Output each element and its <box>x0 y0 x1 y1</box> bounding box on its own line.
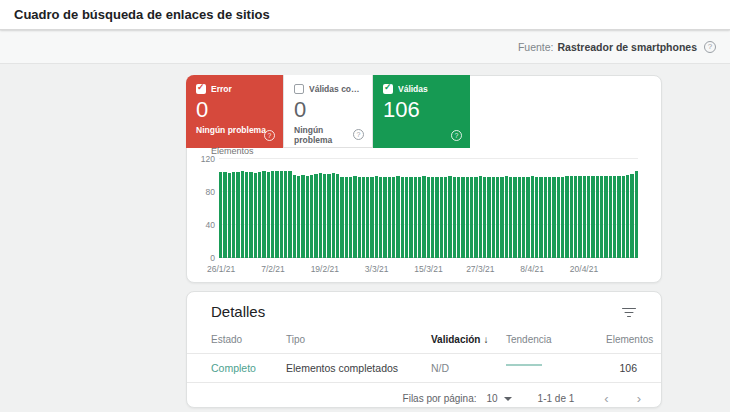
chart-plot[interactable] <box>219 159 638 258</box>
chart-bar <box>587 176 590 259</box>
chart-bar <box>557 177 560 258</box>
chart-bar <box>431 177 434 258</box>
chart-bar <box>306 176 309 259</box>
chart-bar <box>241 171 244 258</box>
chart-bar <box>509 177 512 258</box>
rows-per-page-value: 10 <box>486 393 497 404</box>
chart-bar <box>518 177 521 258</box>
chart-bar <box>487 177 490 258</box>
chart-bar <box>544 177 547 258</box>
chart-bar <box>513 177 516 258</box>
help-icon[interactable]: ? <box>353 129 364 140</box>
details-title: Detalles <box>211 303 265 320</box>
chart-bar <box>405 177 408 258</box>
chart-bar <box>236 172 239 258</box>
chart-y-tick: 80 <box>189 187 215 197</box>
chart-gridline <box>219 158 638 159</box>
chart-bar <box>288 171 291 258</box>
chart-bar <box>254 173 257 258</box>
table-row[interactable]: Completo Elementos completados N/D 106 <box>187 354 661 383</box>
next-page-button[interactable]: › <box>635 391 643 406</box>
chart-bar <box>370 177 373 258</box>
help-icon[interactable]: ? <box>451 130 462 141</box>
chart-bar <box>500 177 503 258</box>
column-header-tipo[interactable]: Tipo <box>286 334 431 345</box>
help-icon[interactable]: ? <box>704 41 716 53</box>
chart-axis-title: Elementos <box>211 146 254 156</box>
help-icon[interactable]: ? <box>264 130 275 141</box>
chart-bar <box>258 172 261 258</box>
chart-bar <box>422 176 425 258</box>
error-checkbox-checked-icon[interactable] <box>196 84 206 94</box>
chart-bar <box>383 177 386 258</box>
chart-bar <box>457 177 460 258</box>
column-header-estado[interactable]: Estado <box>211 334 286 345</box>
chart-bar <box>379 177 382 258</box>
card-valid-count: 106 <box>383 98 460 122</box>
chart-bar <box>271 171 274 258</box>
chart-bar <box>539 177 542 258</box>
chart-bar <box>245 172 248 258</box>
chart-bar <box>448 176 451 258</box>
chart-bar <box>310 175 313 258</box>
warning-checkbox-unchecked-icon[interactable] <box>294 84 304 94</box>
chart-bar <box>362 177 365 258</box>
chart-bar <box>617 176 620 258</box>
chart-bar <box>280 171 283 258</box>
pagination-range: 1-1 de 1 <box>538 393 575 404</box>
chart-bar <box>526 177 529 258</box>
card-error[interactable]: Error 0 Ningún problema ? <box>186 75 283 148</box>
chart-bar <box>435 177 438 258</box>
chart-bar <box>284 171 287 258</box>
cell-elementos: 106 <box>606 362 637 374</box>
chart-bar <box>392 177 395 258</box>
chart-x-tick: 19/2/21 <box>311 264 339 274</box>
sort-desc-icon: ↓ <box>483 334 488 345</box>
chart-bar <box>349 177 352 258</box>
trend-sparkline <box>506 364 542 366</box>
column-header-validacion[interactable]: Validación↓ <box>431 334 506 345</box>
filter-icon[interactable] <box>621 307 637 319</box>
card-warning-label: Válidas con adver… <box>309 84 362 94</box>
chart-bar <box>388 177 391 258</box>
chart-panel: Error 0 Ningún problema ? Válidas con ad… <box>186 75 662 283</box>
chart-y-tick: 0 <box>189 253 215 263</box>
chart-bar <box>414 177 417 258</box>
chart-bar <box>219 172 222 258</box>
chart-bar <box>401 177 404 258</box>
chart-bar <box>319 173 322 258</box>
chart-bar <box>293 175 296 258</box>
chart-bar <box>600 176 603 259</box>
page-title: Cuadro de búsqueda de enlaces de sitios <box>14 7 270 22</box>
chart-bar <box>340 177 343 258</box>
card-error-status: Ningún problema <box>196 125 273 135</box>
chart-bar <box>496 177 499 258</box>
chart-bar <box>583 176 586 259</box>
card-error-label: Error <box>211 84 232 94</box>
chart-bar <box>479 176 482 258</box>
chart-x-axis: 26/1/217/2/2119/2/213/3/2115/3/2127/3/21… <box>219 264 638 276</box>
chart-bar <box>548 177 551 258</box>
chart-bar <box>228 173 231 258</box>
chart-bar <box>483 177 486 258</box>
card-valid-with-warnings[interactable]: Válidas con adver… 0 Ningún problema ? <box>283 75 373 148</box>
chart-bar <box>427 177 430 258</box>
column-header-validacion-label: Validación <box>431 334 480 345</box>
cell-estado: Completo <box>211 362 286 374</box>
chart-bar <box>574 176 577 259</box>
source-value: Rastreador de smartphones <box>558 41 697 53</box>
card-valid[interactable]: Válidas 106 ? <box>373 75 470 148</box>
chart-bar <box>626 175 629 258</box>
column-header-tendencia[interactable]: Tendencia <box>506 334 606 345</box>
chart-bar <box>535 177 538 258</box>
chart-bar <box>565 176 568 259</box>
chart-bar <box>375 176 378 258</box>
valid-checkbox-checked-icon[interactable] <box>383 84 393 94</box>
chart-bar <box>332 173 335 258</box>
column-header-elementos[interactable]: Elementos <box>606 334 653 345</box>
source-label: Fuente: <box>518 41 554 53</box>
chevron-down-icon <box>504 397 512 401</box>
previous-page-button[interactable]: ‹ <box>602 391 610 406</box>
rows-per-page-select[interactable]: 10 <box>486 393 511 404</box>
chart-bar <box>396 176 399 258</box>
